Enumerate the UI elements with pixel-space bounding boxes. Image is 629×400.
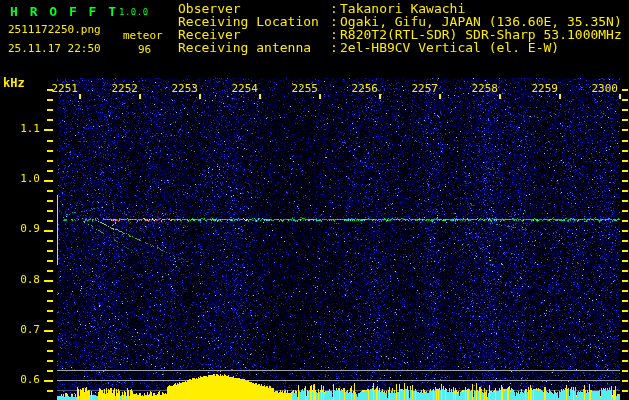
time-tick-label-2253: 2253 xyxy=(166,82,198,95)
time-tick-label-2258: 2258 xyxy=(466,82,498,95)
info-separator: : xyxy=(330,41,340,54)
time-tick-label-2252: 2252 xyxy=(106,82,138,95)
freq-tick-label-1.0: 1.0 xyxy=(0,172,40,185)
station-info: Observer:Takanori Kawachi Receiving Loca… xyxy=(178,2,622,54)
time-tick-label-2255: 2255 xyxy=(286,82,318,95)
datetime-label: 25.11.17 22:50 xyxy=(8,43,101,54)
freq-unit-label: kHz xyxy=(3,76,25,90)
filename-label: 2511172250.png xyxy=(8,24,101,35)
time-tick-label-2257: 2257 xyxy=(406,82,438,95)
time-tick-label-2300: 2300 xyxy=(586,82,618,95)
freq-tick-label-0.6: 0.6 xyxy=(0,373,40,386)
info-value: 2el-HB9CV Vertical (el. E-W) xyxy=(340,40,559,55)
hourly-count: 96 xyxy=(138,44,151,55)
hrofft-window: H R O F F T 1.0.0 2511172250.png meteor … xyxy=(0,0,629,400)
mode-label: meteor xyxy=(123,30,163,41)
freq-tick-label-0.8: 0.8 xyxy=(0,273,40,286)
app-version: 1.0.0 xyxy=(119,8,149,17)
spectrogram-canvas xyxy=(0,0,629,400)
freq-tick-label-1.1: 1.1 xyxy=(0,122,40,135)
time-tick-label-2254: 2254 xyxy=(226,82,258,95)
time-tick-label-2259: 2259 xyxy=(526,82,558,95)
time-tick-label-2256: 2256 xyxy=(346,82,378,95)
info-label: Receiving antenna xyxy=(178,41,330,54)
freq-tick-label-0.9: 0.9 xyxy=(0,222,40,235)
info-row-antenna: Receiving antenna:2el-HB9CV Vertical (el… xyxy=(178,41,622,54)
freq-tick-label-0.7: 0.7 xyxy=(0,323,40,336)
time-tick-label-2251: 2251 xyxy=(46,82,78,95)
app-title: H R O F F T xyxy=(10,5,118,18)
